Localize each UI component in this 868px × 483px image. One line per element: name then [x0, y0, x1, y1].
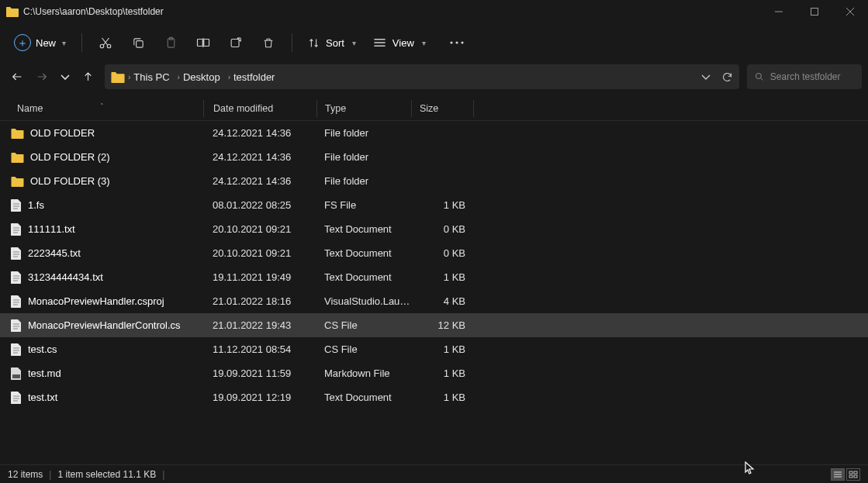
search-input[interactable]	[770, 71, 854, 82]
new-button[interactable]: ＋ New ▾	[6, 29, 74, 56]
delete-button[interactable]	[253, 27, 284, 58]
svg-rect-3	[136, 40, 143, 47]
file-date: 20.10.2021 09:21	[203, 223, 316, 235]
window-title: C:\Users\aaron\Desktop\testfolder	[23, 6, 164, 17]
file-type: File folder	[316, 127, 411, 139]
file-type: File folder	[316, 175, 411, 187]
file-icon	[11, 392, 22, 404]
copy-button[interactable]	[123, 27, 154, 58]
column-header-label: Size	[420, 103, 438, 114]
svg-rect-7	[204, 40, 209, 47]
file-date: 24.12.2021 14:36	[203, 127, 316, 139]
file-date: 24.12.2021 14:36	[203, 151, 316, 163]
svg-rect-17	[854, 475, 857, 478]
chevron-down-icon: ▾	[422, 39, 426, 47]
file-type: File folder	[316, 151, 411, 163]
file-date: 19.09.2021 11:59	[203, 367, 316, 379]
file-size: 0 KB	[411, 247, 473, 259]
file-row[interactable]: OLD FOLDER (2)24.12.2021 14:36File folde…	[0, 145, 868, 169]
maximize-button[interactable]	[797, 0, 832, 23]
titlebar: C:\Users\aaron\Desktop\testfolder	[0, 0, 868, 23]
nav-row: › This PC› Desktop› testfolder	[0, 62, 868, 96]
file-name: 1.fs	[28, 199, 44, 211]
file-size: 1 KB	[411, 199, 473, 211]
nav-back-button[interactable]	[11, 71, 23, 83]
status-selection: 1 item selected 11.1 KB	[57, 469, 156, 480]
svg-rect-15	[854, 471, 857, 474]
nav-forward-button[interactable]	[36, 71, 48, 83]
breadcrumb-item[interactable]: Desktop›	[183, 71, 230, 83]
file-size: 1 KB	[411, 271, 473, 283]
column-header-type[interactable]: Type	[316, 100, 411, 117]
share-button[interactable]	[220, 27, 251, 58]
folder-icon	[11, 152, 24, 163]
minimize-button[interactable]	[761, 0, 797, 23]
svg-point-1	[100, 44, 104, 48]
breadcrumb-item[interactable]: This PC›	[133, 71, 180, 83]
sort-ascending-icon: ˄	[100, 102, 104, 110]
file-name: test.cs	[28, 343, 57, 355]
file-size: 1 KB	[411, 392, 473, 403]
refresh-button[interactable]	[721, 71, 733, 83]
column-header-date[interactable]: Date modified	[203, 100, 316, 117]
file-icon	[11, 367, 22, 380]
details-view-button[interactable]	[831, 468, 845, 481]
chevron-right-icon: ›	[228, 73, 230, 81]
file-date: 20.10.2021 09:21	[203, 247, 316, 259]
svg-rect-6	[198, 40, 203, 47]
file-icon	[11, 319, 22, 332]
close-button[interactable]	[832, 0, 868, 23]
search-box[interactable]	[747, 64, 862, 89]
breadcrumb-bar[interactable]: › This PC› Desktop› testfolder	[105, 64, 739, 89]
view-button[interactable]: View ▾	[365, 33, 434, 53]
view-icon	[373, 37, 386, 48]
separator	[81, 33, 82, 52]
file-date: 21.01.2022 18:16	[203, 295, 316, 307]
column-header-size[interactable]: Size	[411, 100, 473, 117]
file-row[interactable]: 2223445.txt20.10.2021 09:21Text Document…	[0, 241, 868, 265]
svg-point-2	[107, 44, 111, 48]
breadcrumb-item[interactable]: testfolder	[233, 71, 275, 83]
file-type: VisualStudio.Laun...	[316, 295, 411, 307]
file-date: 19.09.2021 12:19	[203, 392, 316, 403]
breadcrumb-label: This PC	[133, 71, 169, 83]
file-row[interactable]: MonacoPreviewHandler.csproj21.01.2022 18…	[0, 289, 868, 313]
status-bar: 12 items | 1 item selected 11.1 KB |	[0, 464, 868, 483]
file-date: 21.01.2022 19:43	[203, 319, 316, 331]
sort-button[interactable]: Sort ▾	[300, 33, 364, 53]
file-size: 1 KB	[411, 343, 473, 355]
cut-button[interactable]	[90, 27, 121, 58]
nav-recent-button[interactable]	[61, 73, 70, 81]
file-row[interactable]: test.md19.09.2021 11:59Markdown File1 KB	[0, 361, 868, 385]
file-row[interactable]: 111111.txt20.10.2021 09:21Text Document0…	[0, 217, 868, 241]
file-size: 4 KB	[411, 295, 473, 307]
file-name: 31234444434.txt	[28, 271, 103, 283]
file-row[interactable]: OLD FOLDER (3)24.12.2021 14:36File folde…	[0, 169, 868, 193]
file-icon	[11, 199, 22, 212]
file-name: MonacoPreviewHandlerControl.cs	[28, 319, 181, 331]
more-button[interactable]	[441, 27, 472, 58]
svg-rect-13	[12, 374, 20, 378]
file-row[interactable]: 31234444434.txt19.11.2021 19:49Text Docu…	[0, 265, 868, 289]
nav-up-button[interactable]	[82, 71, 94, 83]
paste-button[interactable]	[155, 27, 186, 58]
thumbnails-view-button[interactable]	[846, 468, 860, 481]
file-row[interactable]: OLD FOLDER24.12.2021 14:36File folder	[0, 121, 868, 145]
file-icon	[11, 223, 22, 236]
breadcrumb-dropdown-button[interactable]	[701, 73, 711, 81]
file-name: test.md	[28, 367, 61, 379]
column-header-label: Name	[17, 103, 43, 114]
file-row[interactable]: test.txt19.09.2021 12:19Text Document1 K…	[0, 385, 868, 409]
chevron-down-icon: ▾	[62, 39, 66, 47]
file-type: Text Document	[316, 271, 411, 283]
file-row[interactable]: MonacoPreviewHandlerControl.cs21.01.2022…	[0, 313, 868, 337]
chevron-right-icon: ›	[178, 73, 180, 81]
svg-point-12	[756, 74, 761, 79]
rename-button[interactable]	[188, 27, 219, 58]
file-list: OLD FOLDER24.12.2021 14:36File folderOLD…	[0, 121, 868, 409]
svg-rect-0	[811, 9, 818, 16]
column-header-name[interactable]: Name ˄	[0, 103, 203, 114]
file-row[interactable]: test.cs11.12.2021 08:54CS File1 KB	[0, 337, 868, 361]
file-name: 2223445.txt	[28, 247, 81, 259]
file-row[interactable]: 1.fs08.01.2022 08:25FS File1 KB	[0, 193, 868, 217]
